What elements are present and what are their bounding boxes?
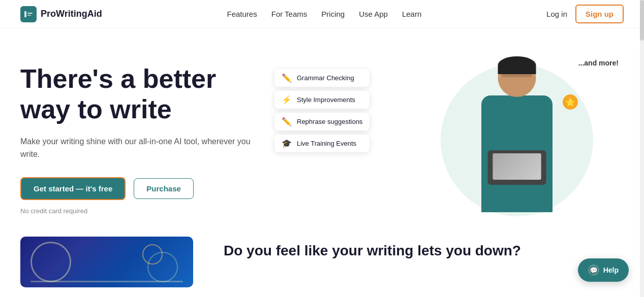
grammar-label: Grammar Checking bbox=[297, 74, 354, 82]
signup-button[interactable]: Sign up bbox=[575, 5, 624, 23]
bottom-right: Do you feel like your writing lets you d… bbox=[224, 237, 624, 260]
hero-buttons: Get started — it's free Purchase bbox=[20, 177, 264, 200]
nav-right: Log in Sign up bbox=[546, 5, 624, 23]
svg-rect-1 bbox=[27, 13, 33, 14]
person-glasses bbox=[502, 73, 532, 77]
logo-link[interactable]: ProWritingAid bbox=[20, 6, 102, 22]
rephrase-label: Rephrase suggestions bbox=[297, 118, 362, 125]
star-badge: ⭐ bbox=[563, 94, 578, 110]
swirl-decoration-1 bbox=[30, 242, 71, 282]
navbar: ProWritingAid Features For Teams Pricing… bbox=[0, 0, 644, 28]
feature-card-training: 🎓 Live Training Events bbox=[274, 135, 370, 152]
purchase-button[interactable]: Purchase bbox=[134, 178, 194, 199]
help-button[interactable]: 💬 Help bbox=[578, 258, 629, 282]
bottom-image bbox=[20, 237, 193, 287]
svg-rect-2 bbox=[27, 15, 31, 16]
hero-subtitle: Make your writing shine with our all-in-… bbox=[20, 135, 264, 161]
style-label: Style Improvements bbox=[297, 96, 355, 104]
feature-card-rephrase: ✏️ Rephrase suggestions bbox=[274, 113, 370, 130]
bottom-title: Do you feel like your writing lets you d… bbox=[224, 242, 624, 260]
help-chat-icon: 💬 bbox=[588, 265, 599, 276]
login-link[interactable]: Log in bbox=[546, 10, 567, 18]
person-body: ⭐ bbox=[451, 54, 583, 226]
laptop-screen-glow bbox=[493, 153, 541, 180]
get-started-button[interactable]: Get started — it's free bbox=[20, 177, 126, 200]
swirl-line bbox=[30, 281, 183, 282]
hero-section: There's a better way to write Make your … bbox=[0, 28, 644, 237]
bottom-left bbox=[20, 237, 193, 287]
bottom-section: Do you feel like your writing lets you d… bbox=[0, 237, 644, 287]
feature-card-grammar: ✏️ Grammar Checking bbox=[274, 69, 370, 87]
rephrase-icon: ✏️ bbox=[282, 117, 292, 126]
training-label: Live Training Events bbox=[297, 140, 356, 147]
person-illustration: ⭐ bbox=[451, 54, 583, 226]
nav-links: Features For Teams Pricing Use App Learn bbox=[227, 10, 422, 19]
laptop-screen bbox=[493, 153, 541, 180]
training-icon: 🎓 bbox=[282, 139, 292, 148]
nav-features[interactable]: Features bbox=[227, 10, 257, 18]
starry-night-illustration bbox=[20, 237, 193, 287]
no-credit-text: No credit card required bbox=[20, 207, 264, 215]
nav-pricing[interactable]: Pricing bbox=[321, 10, 345, 18]
logo-icon bbox=[20, 6, 37, 22]
nav-learn[interactable]: Learn bbox=[402, 10, 421, 18]
and-more-label: ...and more! bbox=[578, 59, 619, 67]
hero-left: There's a better way to write Make your … bbox=[20, 54, 264, 215]
scrollbar-thumb[interactable] bbox=[640, 0, 644, 41]
hero-title: There's a better way to write bbox=[20, 64, 264, 125]
feature-cards-list: ✏️ Grammar Checking ⚡ Style Improvements… bbox=[274, 69, 370, 152]
hero-right: ...and more! ✏️ Grammar Checking ⚡ Style… bbox=[264, 54, 624, 226]
feature-card-style: ⚡ Style Improvements bbox=[274, 91, 370, 109]
person-laptop bbox=[488, 150, 546, 185]
logo-text: ProWritingAid bbox=[41, 9, 102, 19]
style-icon: ⚡ bbox=[282, 95, 292, 105]
scrollbar[interactable] bbox=[640, 0, 644, 297]
swirl-circle-small bbox=[142, 244, 163, 265]
grammar-icon: ✏️ bbox=[282, 73, 292, 83]
svg-rect-0 bbox=[24, 11, 26, 17]
nav-use-app[interactable]: Use App bbox=[359, 10, 388, 18]
person-hair bbox=[498, 56, 536, 74]
nav-for-teams[interactable]: For Teams bbox=[271, 10, 308, 18]
help-label: Help bbox=[603, 266, 619, 274]
